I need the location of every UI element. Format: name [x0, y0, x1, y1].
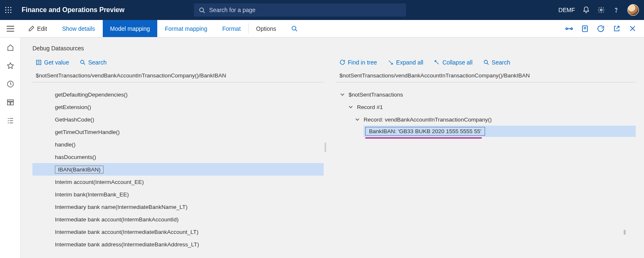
tree-row[interactable]: getTimeOutTimerHandle()	[32, 126, 324, 138]
caret-down-icon[interactable]	[339, 92, 345, 97]
tree-node-sub[interactable]: Record: vendBankAccountInTransactionComp…	[336, 113, 636, 126]
format-mapping-tab[interactable]: Format mapping	[157, 20, 215, 37]
svg-point-2	[10, 7, 12, 8]
form-icon	[36, 60, 42, 65]
svg-point-1	[8, 7, 9, 8]
help-icon[interactable]	[612, 6, 620, 14]
user-avatar[interactable]	[627, 4, 639, 16]
tree-row[interactable]: hasDocuments()	[32, 151, 324, 163]
tree-row[interactable]: Intermediate bank account(IntermBankAcco…	[32, 213, 324, 226]
search-icon	[483, 60, 489, 65]
toolbar-search-button[interactable]	[284, 20, 305, 37]
caret-down-icon[interactable]	[348, 104, 354, 110]
svg-point-40	[81, 60, 84, 64]
expand-all-button[interactable]: Expand all	[388, 59, 423, 66]
format-tab[interactable]: Format	[215, 20, 248, 37]
tree-row[interactable]: handle()	[32, 138, 324, 151]
tree-row-label: getExtension()	[55, 104, 91, 110]
svg-point-3	[5, 10, 7, 11]
right-path-display: $notSentTransactions/vendBankAccountInTr…	[336, 70, 636, 82]
model-mapping-tab[interactable]: Model mapping	[103, 20, 158, 37]
svg-line-17	[295, 30, 297, 31]
search-icon	[199, 7, 205, 13]
highlight-underline	[365, 137, 482, 139]
svg-point-8	[10, 12, 12, 13]
svg-rect-29	[7, 102, 10, 105]
find-in-tree-button[interactable]: Find in tree	[339, 59, 377, 66]
svg-point-16	[292, 26, 296, 30]
get-value-button[interactable]: Get value	[36, 59, 69, 66]
svg-line-41	[84, 63, 85, 65]
tree-row-label: Intermediary bank name(IntermediateBankN…	[55, 204, 188, 210]
company-code[interactable]: DEMF	[558, 7, 575, 13]
left-search-button[interactable]: Search	[80, 59, 107, 66]
connector-icon[interactable]	[563, 23, 575, 35]
tree-row[interactable]: Intermediary bank name(IntermediateBankN…	[32, 201, 324, 213]
global-search[interactable]	[194, 3, 406, 17]
page-title: Debug Datasources	[32, 45, 636, 52]
tree-row[interactable]: Intermediate bank account(IntermediateBa…	[32, 226, 324, 238]
app-title: Finance and Operations Preview	[22, 6, 124, 14]
document-icon[interactable]	[579, 23, 591, 35]
refresh-icon[interactable]	[595, 23, 607, 35]
tree-leaf-selected[interactable]: BankIBAN: 'GB33 BUKB 2020 1555 5555 55'	[364, 126, 636, 137]
tree-leaf-value: BankIBAN: 'GB33 BUKB 2020 1555 5555 55'	[365, 127, 485, 136]
svg-point-4	[8, 10, 9, 11]
svg-line-43	[487, 63, 489, 65]
tree-row-label: Interim bank(IntermBank_EE)	[55, 191, 129, 198]
tree-row-label: Intermediate bank address(IntermediateBa…	[55, 241, 199, 248]
refresh-icon	[339, 60, 345, 65]
tree-row-label: Intermediate bank account(IntermediateBa…	[55, 229, 198, 235]
svg-point-12	[616, 12, 616, 12]
collapse-all-button[interactable]: Collapse all	[434, 59, 472, 66]
svg-point-0	[5, 7, 7, 8]
tree-row-label: hasDocuments()	[55, 154, 96, 160]
svg-point-11	[600, 9, 602, 11]
tree-row-label: Interim account(IntermAccount_EE)	[55, 179, 144, 185]
tree-row[interactable]: getExtension()	[32, 101, 324, 113]
global-header: Finance and Operations Preview DEMF	[0, 0, 644, 20]
tree-row-label: getTimeOutTimerHandle()	[55, 129, 120, 135]
recent-icon[interactable]	[6, 80, 15, 88]
tree-row[interactable]: Intermediate bank address(IntermediateBa…	[32, 238, 324, 251]
global-search-input[interactable]	[209, 7, 401, 13]
tree-row[interactable]: IBAN(BankIBAN)	[32, 163, 324, 176]
show-details-button[interactable]: Show details	[54, 20, 102, 37]
svg-point-19	[571, 28, 572, 30]
svg-line-10	[203, 11, 205, 13]
favorites-icon[interactable]	[6, 62, 15, 70]
popout-icon[interactable]	[611, 23, 622, 35]
left-pane: Get value Search $notSentTransactions/ve…	[32, 59, 324, 258]
tree-row[interactable]: Interim bank(IntermBank_EE)	[32, 188, 324, 201]
left-tree: getDefaultingDependencies()getExtension(…	[32, 82, 324, 251]
left-nav-rail	[0, 37, 21, 258]
gear-icon[interactable]	[597, 6, 605, 14]
home-icon[interactable]	[6, 43, 15, 52]
edit-button[interactable]: Edit	[21, 20, 54, 37]
tree-row[interactable]: GetHashCode()	[32, 113, 324, 126]
options-button[interactable]: Options	[249, 20, 284, 37]
svg-point-18	[566, 28, 567, 30]
right-search-button[interactable]: Search	[483, 59, 510, 66]
modules-icon[interactable]	[6, 117, 15, 125]
scrollbar-thumb[interactable]	[624, 230, 626, 235]
svg-point-7	[8, 12, 9, 13]
svg-rect-30	[10, 102, 13, 105]
tree-row[interactable]: getDefaultingDependencies()	[32, 88, 324, 101]
app-launcher-icon[interactable]	[5, 7, 12, 13]
tree-node-root[interactable]: $notSentTransactions	[336, 88, 636, 101]
collapse-icon	[434, 60, 440, 65]
hamburger-icon[interactable]	[0, 20, 21, 37]
tree-row-label: GetHashCode()	[55, 117, 94, 123]
pane-splitter[interactable]	[324, 142, 326, 152]
caret-down-icon[interactable]	[354, 117, 360, 122]
expand-icon	[388, 60, 394, 65]
tree-row[interactable]: Interim account(IntermAccount_EE)	[32, 176, 324, 188]
close-button[interactable]	[627, 23, 638, 35]
workspaces-icon[interactable]	[6, 98, 15, 107]
svg-rect-37	[37, 60, 41, 65]
notification-icon[interactable]	[582, 6, 590, 14]
tree-node-record[interactable]: Record #1	[336, 101, 636, 113]
right-pane: Find in tree Expand all Collapse all Sea…	[324, 59, 636, 258]
search-icon	[291, 25, 297, 32]
